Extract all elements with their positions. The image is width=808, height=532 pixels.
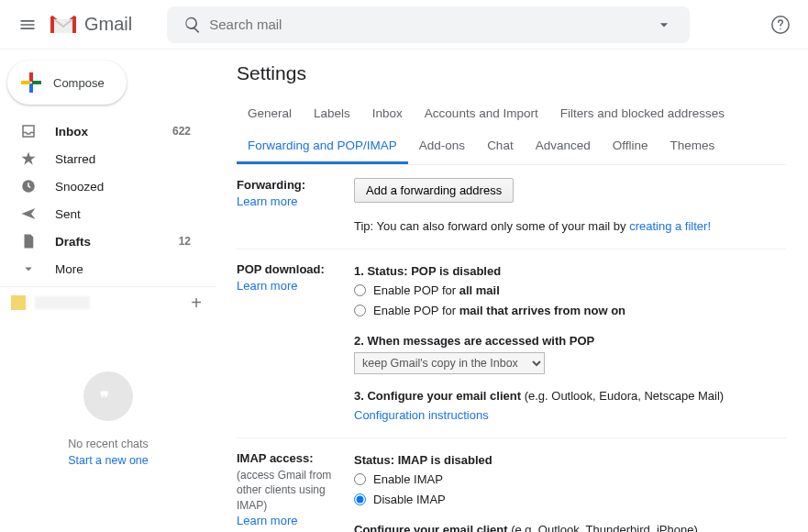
- pop-step3-heading: 3. Configure your email client (e.g. Out…: [354, 387, 786, 405]
- svg-rect-6: [29, 83, 33, 93]
- star-icon: [20, 150, 37, 167]
- tab-offline[interactable]: Offline: [602, 129, 659, 164]
- search-input[interactable]: [209, 17, 655, 32]
- tab-chat[interactable]: Chat: [476, 129, 525, 164]
- app-name: Gmail: [84, 14, 132, 35]
- nav-count: 12: [179, 235, 191, 248]
- nav-label: Sent: [55, 207, 191, 221]
- pop-heading: POP download:: [237, 262, 354, 276]
- pop-section: POP download: Learn more 1. Status: POP …: [237, 249, 786, 438]
- compose-plus-icon: [18, 70, 44, 95]
- add-label-button[interactable]: +: [191, 293, 202, 314]
- gmail-logo[interactable]: Gmail: [50, 14, 132, 35]
- imap-subtext: (access Gmail from other clients using I…: [237, 468, 354, 514]
- svg-rect-8: [32, 81, 41, 84]
- pop-enable-all-option[interactable]: Enable POP for all mail: [354, 282, 786, 300]
- pop-learn-more-link[interactable]: Learn more: [237, 279, 297, 293]
- imap-section: IMAP access: (access Gmail from other cl…: [237, 438, 786, 533]
- pop-step2-heading: 2. When messages are accessed with POP: [354, 332, 786, 350]
- tab-addons[interactable]: Add-ons: [408, 129, 476, 164]
- imap-enable-option[interactable]: Enable IMAP: [354, 471, 786, 489]
- pop-config-instructions-link[interactable]: Configuration instructions: [354, 408, 489, 422]
- svg-rect-5: [29, 72, 33, 82]
- imap-enable-radio[interactable]: [354, 473, 366, 485]
- label-color-chip: [11, 295, 26, 310]
- tab-inbox[interactable]: Inbox: [361, 97, 414, 129]
- nav-label: Starred: [55, 152, 191, 166]
- pop-enable-new-radio[interactable]: [354, 305, 366, 316]
- svg-rect-1: [72, 17, 76, 33]
- sent-icon: [20, 205, 37, 222]
- tab-accounts[interactable]: Accounts and Import: [414, 97, 549, 129]
- tab-filters[interactable]: Filters and blocked addresses: [549, 97, 736, 129]
- pop-enable-new-option[interactable]: Enable POP for mail that arrives from no…: [354, 302, 786, 320]
- nav-label: More: [55, 262, 191, 276]
- hangouts-section: ❞ No recent chats Start a new one: [0, 371, 216, 467]
- page-title: Settings: [237, 62, 786, 84]
- settings-tabs-row2: Forwarding and POP/IMAP Add-ons Chat Adv…: [237, 129, 786, 165]
- gmail-m-icon: [50, 15, 77, 35]
- tab-themes[interactable]: Themes: [659, 129, 725, 164]
- inbox-icon: [20, 123, 37, 139]
- tab-general[interactable]: General: [237, 97, 303, 129]
- tab-advanced[interactable]: Advanced: [525, 129, 602, 164]
- main-menu-button[interactable]: [9, 6, 46, 43]
- hangouts-start-link[interactable]: Start a new one: [68, 454, 149, 467]
- imap-learn-more-link[interactable]: Learn more: [237, 514, 297, 527]
- compose-button[interactable]: Compose: [7, 61, 127, 105]
- search-icon: [183, 16, 202, 34]
- hamburger-icon: [18, 16, 37, 34]
- sidebar-item-starred[interactable]: Starred: [0, 145, 205, 172]
- nav-label: Snoozed: [55, 180, 191, 194]
- nav-label: Inbox: [55, 125, 172, 139]
- imap-status: Status: IMAP is disabled: [354, 451, 786, 470]
- tab-forwarding-pop-imap[interactable]: Forwarding and POP/IMAP: [237, 129, 408, 164]
- imap-config-heading: Configure your email client (e.g. Outloo…: [354, 521, 786, 532]
- nav-count: 622: [172, 125, 191, 138]
- settings-tabs-row1: General Labels Inbox Accounts and Import…: [237, 97, 786, 129]
- settings-panel: Settings General Labels Inbox Accounts a…: [216, 50, 808, 532]
- labels-section: +: [0, 286, 216, 316]
- search-options-dropdown-icon[interactable]: [655, 16, 673, 34]
- sidebar-item-more[interactable]: More: [0, 255, 205, 283]
- sidebar-item-inbox[interactable]: Inbox 622: [0, 117, 205, 145]
- svg-rect-7: [21, 81, 30, 84]
- help-button[interactable]: [762, 6, 799, 43]
- chevron-down-icon: [20, 260, 37, 277]
- imap-heading: IMAP access:: [237, 451, 354, 465]
- forwarding-section: Forwarding: Learn more Add a forwarding …: [237, 165, 786, 249]
- search-bar[interactable]: [167, 6, 690, 43]
- sidebar: Compose Inbox 622 Starred Snoozed Sent D…: [0, 50, 216, 532]
- label-name-redacted: [35, 296, 90, 309]
- add-forwarding-address-button[interactable]: Add a forwarding address: [354, 178, 514, 203]
- compose-label: Compose: [53, 76, 105, 90]
- sidebar-item-snoozed[interactable]: Snoozed: [0, 172, 205, 200]
- imap-disable-option[interactable]: Disable IMAP: [354, 491, 786, 509]
- forwarding-learn-more-link[interactable]: Learn more: [237, 194, 297, 208]
- nav-label: Drafts: [55, 235, 179, 249]
- svg-point-4: [780, 28, 780, 28]
- sidebar-item-drafts[interactable]: Drafts 12: [0, 227, 205, 255]
- drafts-icon: [20, 233, 37, 249]
- imap-disable-radio[interactable]: [354, 493, 366, 505]
- label-row[interactable]: +: [0, 289, 216, 316]
- tip-text: Tip: You can also forward only some of y…: [354, 219, 629, 233]
- sidebar-item-sent[interactable]: Sent: [0, 200, 205, 227]
- hangouts-empty-text: No recent chats: [0, 438, 216, 450]
- app-header: Gmail: [0, 0, 808, 50]
- svg-rect-0: [50, 17, 54, 33]
- create-filter-link[interactable]: creating a filter!: [629, 219, 711, 233]
- forwarding-heading: Forwarding:: [237, 178, 354, 192]
- clock-icon: [20, 178, 37, 194]
- hangouts-icon: ❞: [83, 371, 133, 421]
- pop-action-select[interactable]: keep Gmail's copy in the Inbox: [354, 352, 545, 374]
- pop-status: 1. Status: POP is disabled: [354, 262, 786, 281]
- pop-enable-all-radio[interactable]: [354, 284, 366, 296]
- forwarding-tip: Tip: You can also forward only some of y…: [354, 217, 786, 236]
- tab-labels[interactable]: Labels: [303, 97, 361, 129]
- help-icon: [770, 15, 791, 35]
